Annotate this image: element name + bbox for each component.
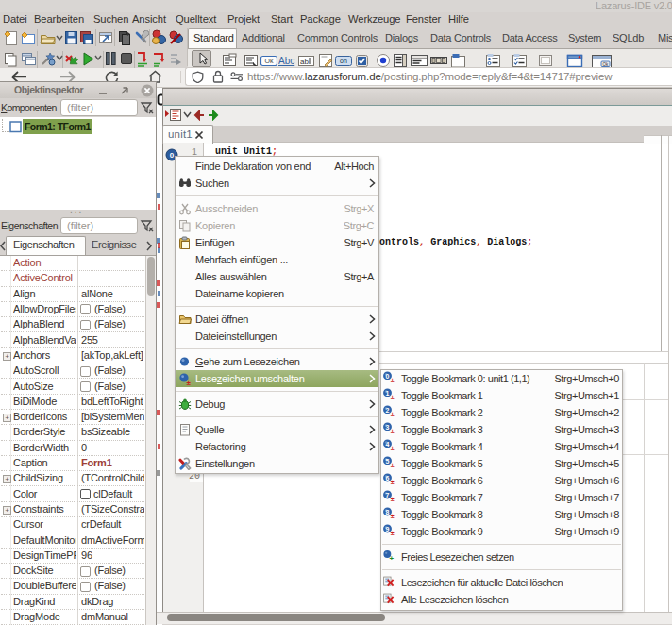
svg-text:on: on [340, 58, 347, 64]
svg-text:±: ± [391, 394, 395, 400]
svg-text:±: ± [391, 428, 395, 434]
svg-text:6: 6 [386, 475, 390, 481]
svg-text:Ok: Ok [265, 58, 274, 64]
svg-text:+: + [389, 554, 394, 563]
svg-text:4: 4 [386, 441, 390, 448]
svg-text:±: ± [391, 462, 395, 468]
svg-text:3: 3 [386, 424, 390, 431]
svg-text:±: ± [391, 513, 395, 519]
svg-text:±: ± [391, 479, 395, 485]
svg-text:7: 7 [386, 492, 390, 498]
svg-text:ab: ab [300, 58, 309, 66]
svg-text:±: ± [391, 411, 395, 417]
svg-text:±: ± [391, 445, 395, 451]
svg-text:1: 1 [386, 390, 390, 397]
svg-text:±: ± [391, 496, 395, 502]
svg-text:±: ± [391, 377, 395, 383]
svg-text:8: 8 [386, 509, 390, 515]
svg-text:±: ± [391, 530, 395, 536]
svg-text:2: 2 [386, 407, 390, 414]
svg-text:5: 5 [386, 458, 390, 465]
svg-text:9: 9 [386, 526, 390, 532]
svg-text:±: ± [187, 379, 192, 386]
svg-text:0: 0 [386, 373, 390, 380]
svg-text:Abc: Abc [278, 56, 294, 66]
